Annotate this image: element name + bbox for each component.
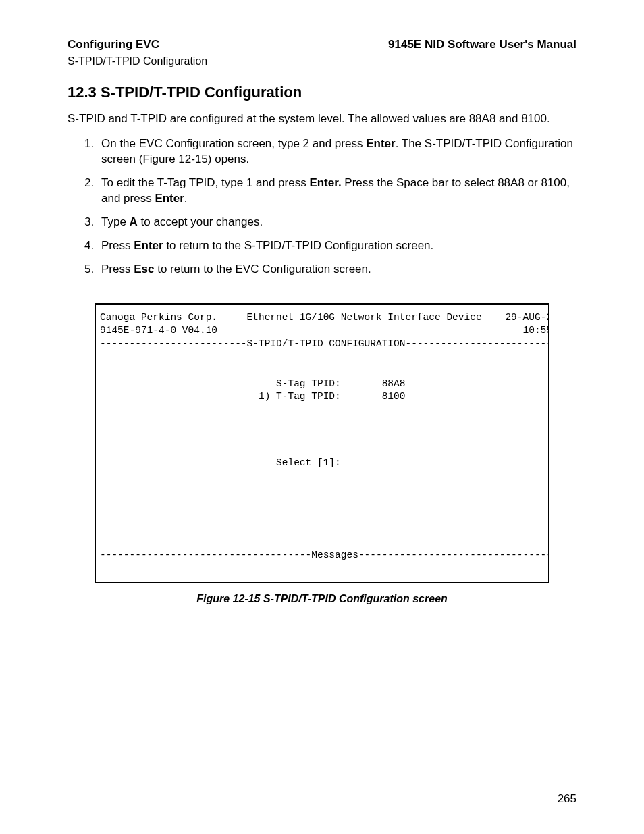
header-right-title: 9145E NID Software User's Manual (388, 37, 576, 53)
header-left-subtitle: S-TPID/T-TPID Configuration (68, 54, 576, 69)
steps-list: On the EVC Configuration screen, type 2 … (82, 136, 576, 278)
figure-caption: Figure 12-15 S-TPID/T-TPID Configuration… (68, 592, 576, 606)
step-bold: Esc (134, 263, 154, 276)
step-4: Press Enter to return to the S-TPID/T-TP… (97, 238, 576, 254)
intro-paragraph: S-TPID and T-TPID are configured at the … (68, 111, 576, 127)
step-5: Press Esc to return to the EVC Configura… (97, 262, 576, 278)
step-bold: A (130, 215, 138, 228)
terminal-screenshot: Canoga Perkins Corp. Ethernet 1G/10G Net… (95, 303, 549, 584)
step-text: to return to the S-TPID/T-TPID Configura… (163, 239, 434, 252)
step-text: to accept your changes. (138, 215, 263, 228)
step-text: . (184, 192, 188, 205)
step-text: To edit the T-Tag TPID, type 1 and press (101, 176, 309, 189)
step-text: Press (101, 239, 134, 252)
step-text: On the EVC Configuration screen, type 2 … (101, 137, 366, 150)
step-text: Type (101, 215, 130, 228)
step-1: On the EVC Configuration screen, type 2 … (97, 136, 576, 167)
page-number: 265 (558, 791, 576, 807)
page-header: Configuring EVC 9145E NID Software User'… (68, 37, 576, 53)
step-bold: Enter (155, 192, 184, 205)
step-text: to return to the EVC Configuration scree… (154, 263, 371, 276)
step-text: Press (101, 263, 134, 276)
step-bold: Enter (366, 137, 395, 150)
step-bold: Enter (134, 239, 163, 252)
step-2: To edit the T-Tag TPID, type 1 and press… (97, 176, 576, 207)
section-heading: 12.3 S-TPID/T-TPID Configuration (68, 82, 576, 103)
header-left-title: Configuring EVC (68, 37, 159, 53)
step-3: Type A to accept your changes. (97, 215, 576, 230)
step-bold: Enter. (309, 176, 341, 189)
